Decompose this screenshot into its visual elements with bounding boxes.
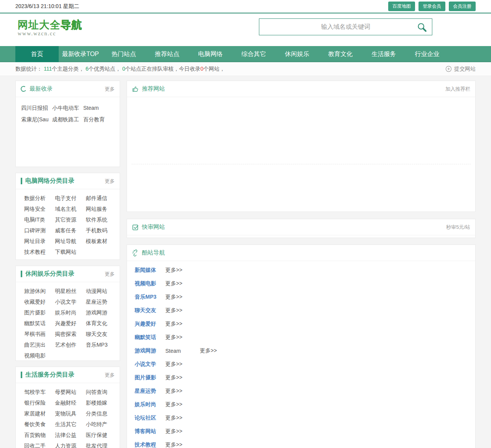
category-link[interactable]: 网站服务 (86, 203, 117, 214)
latest-item-link[interactable]: 四川日报招 (21, 102, 52, 113)
category-link[interactable]: 人力资源 (55, 440, 86, 448)
category-link[interactable]: 体育文化 (86, 318, 117, 329)
category-link[interactable]: 法律公益 (55, 430, 86, 440)
category-link[interactable]: 琴棋书画 (24, 329, 55, 339)
cool-more-link[interactable]: 更多>> (165, 428, 182, 435)
category-link[interactable]: 驾校学车 (24, 387, 55, 397)
search-input[interactable] (259, 19, 432, 35)
category-link[interactable]: 视频电影 (24, 350, 55, 361)
category-link[interactable]: 金融财经 (55, 397, 86, 408)
category-link[interactable]: 兴趣爱好 (55, 318, 86, 329)
category-link[interactable]: 手机数码 (86, 225, 117, 236)
category-link[interactable]: 威客任务 (55, 225, 86, 236)
cool-more-link[interactable]: 更多>> (165, 280, 182, 287)
category-link[interactable]: 曲艺演出 (24, 339, 55, 350)
category-link[interactable]: 电子支付 (55, 193, 86, 203)
category-link[interactable]: 生活其它 (55, 419, 86, 430)
category-link[interactable]: 明星粉丝 (55, 286, 86, 296)
category-link[interactable]: 星座运势 (86, 296, 117, 307)
category-link[interactable]: 其它资源 (55, 214, 86, 225)
latest-item-link[interactable]: 百分教育 (83, 114, 114, 125)
latest-item-link[interactable]: Steam (83, 102, 114, 113)
nav-tab[interactable]: 热门站点 (102, 46, 145, 62)
category-link[interactable]: 回收二手 (24, 440, 55, 448)
topbar-button[interactable]: 百度地图 (388, 2, 415, 11)
cool-category-link[interactable]: 游戏网游 (135, 347, 165, 354)
latest-item-link[interactable]: 成都铁路工 (52, 114, 83, 125)
category-link[interactable]: 数据分析 (24, 193, 55, 203)
category-link[interactable]: 医疗保健 (86, 430, 117, 440)
cool-category-link[interactable]: 论坛社区 (135, 415, 165, 422)
cool-category-link[interactable]: 小说文学 (135, 361, 165, 368)
category-link[interactable]: 影楼婚嫁 (86, 397, 117, 408)
category-link[interactable]: 电脑IT类 (24, 214, 55, 225)
category-link[interactable]: 艺术创作 (55, 339, 86, 350)
join-recommend-link[interactable]: 加入推荐栏 (445, 86, 470, 93)
category-link[interactable]: 图片摄影 (24, 307, 55, 318)
category-link[interactable]: 音乐MP3 (86, 339, 117, 350)
cool-category-link[interactable]: 新闻媒体 (135, 267, 165, 274)
cool-more-link[interactable]: 更多>> (165, 307, 182, 314)
cool-more-link[interactable]: 更多>> (165, 267, 182, 274)
category-link[interactable]: 宠物玩具 (55, 408, 86, 419)
latest-item-link[interactable]: 索康尼(Sau (21, 114, 52, 125)
cool-category-link[interactable]: 音乐MP3 (135, 294, 165, 301)
leisure-more-link[interactable]: 更多 (105, 271, 115, 278)
category-link[interactable]: 银行保险 (24, 397, 55, 408)
category-link[interactable]: 娱乐时尚 (55, 307, 86, 318)
category-link[interactable]: 家居建材 (24, 408, 55, 419)
topbar-button[interactable]: 登录会员 (419, 2, 445, 11)
cool-category-link[interactable]: 图片摄影 (135, 374, 165, 381)
category-link[interactable]: 餐饮美食 (24, 419, 55, 430)
cool-category-link[interactable]: 视频电影 (135, 280, 165, 287)
category-link[interactable]: 模板素材 (86, 236, 117, 246)
cool-more-link[interactable]: 更多>> (165, 374, 182, 381)
category-link[interactable]: 批发代理 (86, 440, 117, 448)
category-link[interactable]: 分类信息 (86, 408, 117, 419)
category-link[interactable]: 母婴网站 (55, 387, 86, 397)
category-link[interactable]: 网址目录 (24, 236, 55, 246)
computer-more-link[interactable]: 更多 (105, 178, 115, 185)
category-link[interactable]: 技术教程 (24, 246, 55, 257)
category-link[interactable]: 动漫网站 (86, 286, 117, 296)
topbar-button[interactable]: 会员注册 (449, 2, 476, 11)
nav-tab[interactable]: 教育文化 (319, 46, 362, 62)
nav-tab[interactable]: 电脑网络 (189, 46, 232, 62)
cool-more-link[interactable]: 更多>> (165, 361, 182, 368)
category-link[interactable]: 聊天交友 (86, 329, 117, 339)
category-link[interactable]: 口碑评测 (24, 225, 55, 236)
cool-more-link[interactable]: 更多>> (200, 347, 217, 354)
cool-category-link[interactable]: 聊天交友 (135, 307, 165, 314)
cool-more-link[interactable]: 更多>> (165, 334, 182, 341)
nav-tab[interactable]: 生活服务 (362, 46, 405, 62)
submit-site-link[interactable]: 提交网站 (445, 66, 476, 73)
category-link[interactable]: 小说文学 (55, 296, 86, 307)
nav-tab[interactable]: 首页 (15, 46, 59, 62)
cool-category-link[interactable]: 技术教程 (135, 441, 165, 448)
nav-tab[interactable]: 推荐站点 (145, 46, 189, 62)
cool-category-link[interactable]: 幽默笑话 (135, 334, 165, 341)
search-icon[interactable] (417, 22, 427, 33)
cool-category-link[interactable]: 娱乐时尚 (135, 401, 165, 408)
nav-tab[interactable]: 综合其它 (232, 46, 275, 62)
nav-tab[interactable]: 休闲娱乐 (275, 46, 319, 62)
latest-more-link[interactable]: 更多 (105, 86, 115, 93)
cool-more-link[interactable]: 更多>> (165, 321, 182, 327)
nav-tab[interactable]: 最新收录TOP (59, 46, 102, 62)
cool-more-link[interactable]: 更多>> (165, 294, 182, 301)
category-link[interactable]: 域名主机 (55, 203, 86, 214)
category-link[interactable]: 软件系统 (86, 214, 117, 225)
cool-category-link[interactable]: 星座运势 (135, 388, 165, 395)
category-link[interactable]: 小吃特产 (86, 419, 117, 430)
category-link[interactable]: 网络安全 (24, 203, 55, 214)
category-link[interactable]: 下载网站 (55, 246, 86, 257)
category-link[interactable]: 揭密探索 (55, 329, 86, 339)
cool-more-link[interactable]: 更多>> (165, 388, 182, 395)
site-logo[interactable]: 网址大全导航 www.wzcn.cc (18, 19, 82, 37)
cool-category-link[interactable]: 博客网站 (135, 428, 165, 435)
nav-tab[interactable]: 行业企业 (405, 46, 449, 62)
category-link[interactable]: 百货购物 (24, 430, 55, 440)
life-more-link[interactable]: 更多 (105, 372, 115, 379)
category-link[interactable]: 幽默笑话 (24, 318, 55, 329)
latest-item-link[interactable]: 小牛电动车 (52, 102, 83, 113)
